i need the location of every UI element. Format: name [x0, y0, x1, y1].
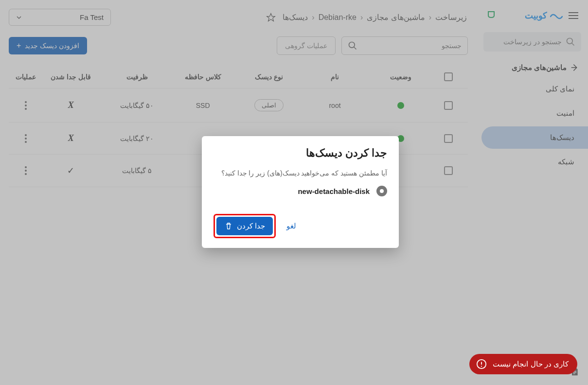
modal-disk-name: new-detachable-disk [298, 187, 370, 195]
detach-disk-modal: جدا کردن دیسک‌ها آیا مطمئن هستید که می‌خ… [202, 136, 399, 248]
disk-icon [376, 186, 387, 196]
svg-point-9 [481, 366, 482, 367]
status-snackbar[interactable]: کاری در حال انجام نیست [469, 354, 577, 374]
snackbar-text: کاری در حال انجام نیست [493, 360, 569, 368]
highlighted-action: جدا کردن [214, 214, 276, 238]
modal-title: جدا کردن دیسک‌ها [214, 147, 387, 159]
modal-disk-item: new-detachable-disk [214, 186, 387, 196]
alert-icon [476, 359, 487, 369]
cancel-button[interactable]: لغو [285, 218, 298, 234]
detach-button[interactable]: جدا کردن [216, 217, 273, 235]
trash-icon [224, 222, 233, 230]
modal-message: آیا مطمئن هستید که می‌خواهید دیسک(های) ز… [214, 169, 387, 177]
